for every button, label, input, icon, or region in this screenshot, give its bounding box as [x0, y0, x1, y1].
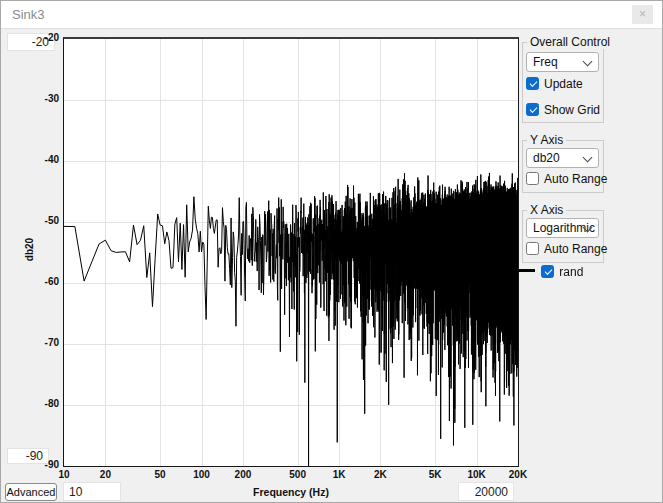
show-grid-check-row[interactable]: Show Grid [526, 103, 600, 117]
x-tick-label: 20K [498, 469, 538, 480]
show-grid-checkbox[interactable] [526, 103, 539, 116]
x-tick-label: 20 [85, 469, 125, 480]
check-icon [529, 79, 537, 87]
update-check-row[interactable]: Update [526, 77, 583, 91]
y-auto-range-check-row[interactable]: Auto Range [526, 172, 607, 186]
y-auto-range-label: Auto Range [544, 172, 607, 186]
plot-area[interactable] [63, 37, 519, 467]
close-icon[interactable]: × [632, 5, 653, 24]
x-tick-label: 5K [415, 469, 455, 480]
update-label: Update [544, 77, 583, 91]
y-tick-label: -90 [27, 459, 59, 470]
x-tick-label: 100 [182, 469, 222, 480]
chevron-down-icon [583, 153, 593, 163]
x-tick-label: 200 [223, 469, 263, 480]
y-tick-label: -60 [27, 276, 59, 287]
y-axis-title: db20 [24, 230, 35, 270]
y-tick-label: -20 [27, 32, 59, 43]
overall-control-group: Overall Control Freq Update Show Grid [522, 42, 604, 123]
x-tick-label: 10 [44, 469, 84, 480]
x-min-input[interactable] [63, 482, 121, 501]
x-auto-range-check-row[interactable]: Auto Range [526, 242, 607, 256]
x-axis-group: X Axis Logarithmic Auto Range [522, 210, 604, 263]
overall-control-group-title: Overall Control [527, 35, 613, 49]
window-title: Sink3 [12, 7, 45, 22]
y-axis-group: Y Axis db20 Auto Range [522, 140, 604, 193]
legend-rand-label: rand [559, 265, 583, 279]
update-checkbox[interactable] [526, 77, 539, 90]
x-tick-label: 50 [140, 469, 180, 480]
y-tick-label: -40 [27, 154, 59, 165]
x-axis-dropdown[interactable]: Logarithmic [526, 218, 599, 238]
check-icon [544, 267, 552, 275]
overall-control-dropdown-value: Freq [533, 55, 558, 69]
x-axis-group-title: X Axis [527, 203, 566, 217]
advanced-button[interactable]: Advanced [5, 483, 57, 501]
y-axis-dropdown-value: db20 [533, 151, 560, 165]
x-tick-label: 10K [457, 469, 497, 480]
show-grid-label: Show Grid [544, 103, 600, 117]
legend: rand [514, 265, 583, 281]
y-tick-label: -70 [27, 337, 59, 348]
y-auto-range-checkbox[interactable] [526, 172, 539, 185]
check-icon [529, 105, 537, 113]
legend-rand-checkbox[interactable] [541, 265, 554, 278]
y-tick-label: -30 [27, 93, 59, 104]
sink-plot-window: Sink3 × Advanced db20 Frequency (Hz) 102… [0, 0, 663, 503]
x-tick-label: 500 [278, 469, 318, 480]
x-axis-title: Frequency (Hz) [201, 486, 381, 498]
x-auto-range-label: Auto Range [544, 242, 607, 256]
plot-canvas[interactable] [64, 39, 518, 466]
y-tick-label: -50 [27, 215, 59, 226]
x-auto-range-checkbox[interactable] [526, 242, 539, 255]
x-tick-label: 2K [360, 469, 400, 480]
x-max-input[interactable] [458, 482, 514, 501]
legend-line-sample [514, 269, 535, 272]
chevron-down-icon [583, 57, 593, 67]
x-tick-label: 1K [319, 469, 359, 480]
y-axis-dropdown[interactable]: db20 [526, 148, 599, 168]
title-bar[interactable]: Sink3 × [1, 1, 662, 29]
overall-control-dropdown[interactable]: Freq [526, 52, 599, 72]
y-axis-group-title: Y Axis [527, 133, 566, 147]
y-tick-label: -80 [27, 398, 59, 409]
